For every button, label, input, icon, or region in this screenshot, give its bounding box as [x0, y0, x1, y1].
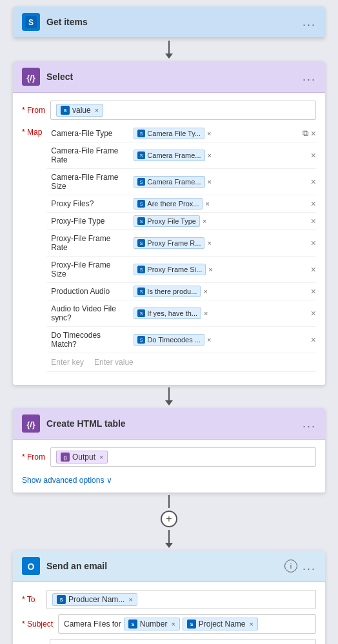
map-content: Camera-File Type S Camera File Ty... × ⧉: [47, 125, 316, 372]
svg-text:S: S: [190, 622, 194, 627]
map-delete-4[interactable]: ×: [311, 199, 316, 209]
subject-token-2-label: Project Name: [199, 620, 246, 629]
svg-text:S: S: [140, 202, 143, 206]
map-delete-9[interactable]: ×: [311, 308, 316, 318]
svg-text:S: S: [28, 18, 34, 27]
send-email-header: O Send an email i ...: [13, 551, 325, 582]
body-label: * Body: [22, 639, 45, 644]
variable-icon: {/}: [22, 68, 40, 86]
from-label: * From: [22, 106, 45, 115]
map-enter-row: Enter key Enter value: [47, 353, 316, 372]
map-row-9: Audio to Video File sync? S If yes, have…: [47, 300, 316, 327]
arrow-connector-3: +: [161, 495, 177, 548]
map-value-close-2[interactable]: ×: [208, 151, 212, 159]
map-row-6: Proxy-File Frame Rate S Proxy Frame R...…: [47, 230, 316, 257]
arrow-tail: [165, 530, 173, 548]
map-row-1: Camera-File Type S Camera File Ty... × ⧉: [47, 125, 316, 142]
map-value-close-7[interactable]: ×: [208, 266, 212, 273]
variable-icon-2: {/}: [22, 415, 40, 433]
map-value-3: S Camera Frame... ×: [134, 176, 308, 188]
to-field[interactable]: S Producer Nam... ×: [46, 590, 316, 609]
to-token-close[interactable]: ×: [128, 596, 132, 603]
map-key-6: Proxy-File Frame Rate: [47, 232, 131, 254]
map-actions-2: ×: [311, 150, 316, 161]
map-delete-6[interactable]: ×: [311, 238, 316, 248]
token-icon-3: S: [137, 178, 145, 186]
outlook-icon: O: [22, 557, 40, 575]
create-from-label: * From: [22, 453, 45, 462]
arrow-connector-2: [165, 387, 173, 405]
select-card: {/} Select ... * From S value ×: [13, 61, 325, 385]
from-token: S value ×: [56, 104, 103, 117]
chevron-down-icon: ∨: [106, 476, 112, 485]
map-value-close-10[interactable]: ×: [207, 336, 211, 344]
header-left: O Send an email: [22, 557, 107, 575]
map-token-4: S Are there Prox...: [134, 198, 203, 210]
create-html-menu[interactable]: ...: [303, 417, 316, 431]
map-value-close-9[interactable]: ×: [204, 309, 208, 317]
map-value-7: S Proxy Frame Si... ×: [134, 264, 308, 275]
subject-prefix: Camera Files for: [64, 620, 121, 629]
map-value-6: S Proxy Frame R... ×: [134, 237, 308, 249]
map-value-close-6[interactable]: ×: [207, 239, 211, 247]
arrow-head: [165, 54, 173, 59]
create-html-header: {/} Create HTML table ...: [13, 408, 325, 440]
subject-token-1-close[interactable]: ×: [171, 620, 175, 628]
select-menu[interactable]: ...: [303, 70, 316, 84]
map-row-4: Proxy Files? S Are there Prox... × ×: [47, 195, 316, 213]
create-from-token-label: Output: [72, 453, 95, 462]
svg-text:S: S: [131, 622, 134, 627]
token-icon-6: S: [137, 239, 145, 247]
to-token: S Producer Nam... ×: [52, 593, 137, 606]
create-from-token-close[interactable]: ×: [99, 453, 103, 461]
map-delete-8[interactable]: ×: [311, 286, 316, 297]
get-items-header: S Get items ...: [13, 6, 325, 38]
map-token-9: S If yes, have th...: [134, 307, 201, 319]
map-key-8: Production Audio: [47, 285, 131, 298]
map-copy-1[interactable]: ⧉: [303, 128, 308, 139]
add-step-button[interactable]: +: [161, 511, 177, 527]
from-token-close[interactable]: ×: [95, 106, 99, 114]
subject-token-2-close[interactable]: ×: [250, 620, 254, 628]
arrow-line-4: [168, 530, 170, 543]
svg-text:S: S: [140, 268, 143, 272]
map-actions-3: ×: [311, 177, 316, 187]
map-value-2: S Camera Frame... ×: [134, 150, 308, 161]
create-from-field[interactable]: {} Output ×: [50, 447, 316, 467]
map-token-5: S Proxy File Type: [134, 215, 200, 227]
create-html-card: {/} Create HTML table ... * From {} Outp…: [13, 408, 325, 493]
map-delete-1[interactable]: ×: [311, 128, 316, 139]
body-field[interactable]: Hello S Producer Name DisplayName × , <b…: [50, 639, 316, 644]
map-actions-10: ×: [311, 335, 316, 345]
map-actions-5: ×: [311, 216, 316, 226]
map-key-10: Do Timecodes Match?: [47, 329, 131, 351]
map-delete-3[interactable]: ×: [311, 177, 316, 187]
map-delete-5[interactable]: ×: [311, 216, 316, 226]
map-value-1: S Camera File Ty... ×: [134, 128, 299, 139]
get-items-menu[interactable]: ...: [303, 15, 316, 29]
map-delete-10[interactable]: ×: [311, 335, 316, 345]
map-value-close-4[interactable]: ×: [205, 200, 209, 208]
map-section: * Map Camera-File Type S Camera File Ty.…: [22, 125, 316, 372]
send-email-card: O Send an email i ... * To S Producer Na…: [13, 551, 325, 644]
send-email-menu[interactable]: ...: [303, 560, 316, 573]
subject-field[interactable]: Camera Files for S Number × S Project Na…: [58, 614, 316, 634]
map-value-close-5[interactable]: ×: [203, 217, 206, 225]
header-left: {/} Create HTML table: [22, 415, 126, 433]
map-value-close-8[interactable]: ×: [203, 288, 207, 295]
enter-value-placeholder[interactable]: Enter value: [90, 355, 316, 369]
map-key-7: Proxy-File Frame Size: [47, 259, 131, 280]
get-items-title: Get items: [46, 17, 88, 27]
create-show-advanced[interactable]: Show advanced options ∨: [22, 472, 316, 485]
map-delete-7[interactable]: ×: [311, 264, 316, 275]
enter-key-placeholder[interactable]: Enter key: [47, 355, 88, 369]
create-from-token: {} Output ×: [56, 451, 108, 463]
info-button[interactable]: i: [284, 560, 297, 572]
map-delete-2[interactable]: ×: [311, 150, 316, 161]
from-token-field[interactable]: S value ×: [50, 101, 316, 120]
create-html-title: Create HTML table: [46, 418, 126, 429]
from-token-label: value: [72, 106, 91, 115]
map-value-close-1[interactable]: ×: [207, 130, 211, 137]
map-value-close-3[interactable]: ×: [208, 178, 212, 186]
map-value-8: S Is there produ... ×: [134, 286, 308, 297]
